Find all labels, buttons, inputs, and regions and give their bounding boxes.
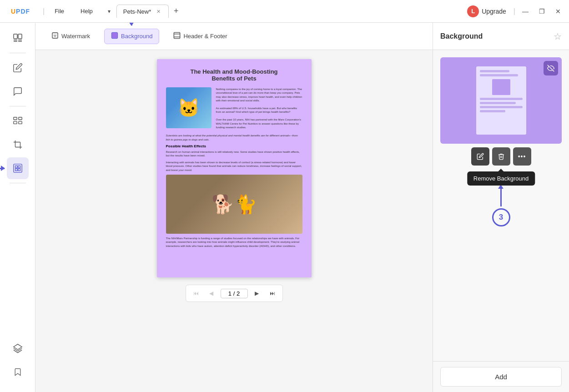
sidebar-watermark-icon[interactable]	[7, 157, 29, 179]
pdf-caption-1: Scientists are looking at what the poten…	[166, 134, 302, 141]
annotation-2-line	[131, 23, 132, 25]
right-panel: Background ☆	[433, 23, 569, 392]
thumb-line-4	[480, 102, 516, 104]
annotation-2-arrow-down	[129, 23, 134, 26]
watermark-btn[interactable]: W Watermark	[45, 29, 97, 44]
sidebar-divider-3	[10, 183, 26, 183]
sidebar-bottom	[0, 337, 35, 387]
tab-dropdown-btn[interactable]: ▾	[104, 6, 115, 17]
watermark-label: Watermark	[61, 33, 90, 40]
sidebar-edit-icon[interactable]	[7, 57, 29, 79]
document-view[interactable]: The Health and Mood-Boosting Benefits of…	[35, 50, 433, 392]
pdf-para-5: Interacting with animals has been shown …	[166, 161, 302, 172]
pdf-para-2: An estimated 68% of U.S. households have…	[216, 106, 302, 114]
right-panel-body: ••• Remove Background 3	[433, 50, 569, 361]
thumbnail-doc	[476, 66, 526, 135]
pdf-bottom-image	[166, 175, 302, 234]
thumbnail-actions: ••• Remove Background	[440, 147, 562, 166]
svg-rect-1	[18, 34, 22, 39]
edit-background-btn[interactable]	[471, 147, 489, 166]
annotation-circle-3: 3	[492, 208, 510, 226]
help-menu[interactable]: Help	[77, 5, 96, 17]
title-separator: |	[43, 7, 45, 15]
upgrade-button[interactable]: L Upgrade	[463, 4, 510, 19]
background-icon	[111, 32, 118, 41]
sidebar-reader-icon[interactable]	[7, 27, 29, 49]
arrow-line-h	[0, 168, 5, 169]
sidebar-divider-2	[10, 106, 26, 106]
thumb-line-3	[480, 98, 523, 100]
svg-rect-11	[13, 164, 21, 172]
next-page-btn[interactable]: ▶	[251, 287, 263, 300]
header-footer-icon	[173, 32, 181, 41]
svg-rect-19	[111, 32, 117, 38]
pdf-title-line1: The Health and Mood-Boosting	[190, 68, 277, 75]
close-btn[interactable]: ✕	[552, 5, 564, 18]
app-logo: UPDF	[0, 8, 41, 15]
sidebar-organize-icon[interactable]	[7, 110, 29, 132]
pdf-para-4: Research on human-animal interactions is…	[166, 150, 302, 158]
logo-u: U	[11, 8, 16, 15]
thumb-img-placeholder	[492, 79, 510, 95]
svg-rect-7	[18, 117, 21, 120]
annotation-1-group: 1	[0, 159, 5, 177]
sidebar-bookmark-icon[interactable]	[7, 361, 29, 383]
titlebar: UPDF | File Help ▾ Pets-New* ✕ + L Upgra…	[0, 0, 569, 23]
prev-page-btn[interactable]: ◀	[205, 287, 218, 300]
right-panel-header: Background ☆	[433, 23, 569, 50]
pdf-cat-image	[166, 87, 211, 128]
svg-rect-8	[13, 121, 16, 124]
active-tab[interactable]: Pets-New* ✕	[116, 5, 169, 18]
svg-rect-10	[15, 142, 20, 147]
pdf-top-row: Nothing compares to the joy of coming ho…	[166, 87, 302, 129]
more-options-btn[interactable]: •••	[513, 147, 531, 166]
background-btn[interactable]: Background 2	[104, 29, 159, 44]
thumb-line-1	[480, 70, 510, 72]
logo-pdf: PDF	[16, 8, 30, 15]
tab-add-btn[interactable]: +	[171, 6, 181, 17]
thumbnail-eye-btn[interactable]	[544, 61, 558, 75]
sidebar-comment-icon[interactable]	[7, 80, 29, 102]
delete-background-btn[interactable]	[492, 147, 510, 166]
main-content: 1 W Waterma	[0, 23, 569, 392]
logo-text: UPDF	[11, 8, 30, 15]
tab-label: Pets-New*	[123, 8, 151, 15]
pdf-body-text-1: Nothing compares to the joy of coming ho…	[216, 87, 302, 129]
tab-close-btn[interactable]: ✕	[155, 8, 162, 15]
svg-rect-0	[14, 34, 17, 39]
pdf-section-title: Possible Health Effects	[166, 144, 302, 148]
titlebar-sep2: |	[514, 7, 515, 15]
svg-rect-14	[15, 169, 17, 171]
svg-marker-16	[13, 344, 21, 350]
maximize-btn[interactable]: ❐	[535, 5, 548, 18]
sidebar-crop-icon[interactable]	[7, 134, 29, 156]
add-background-btn[interactable]: Add	[440, 367, 562, 387]
remove-tooltip: Remove Background	[467, 171, 535, 186]
favorite-btn[interactable]: ☆	[554, 31, 562, 42]
pdf-page: The Health and Mood-Boosting Benefits of…	[157, 59, 312, 277]
header-footer-btn[interactable]: Header & Footer	[166, 29, 234, 44]
header-footer-label: Header & Footer	[183, 33, 227, 40]
last-page-btn[interactable]: ⏭	[266, 287, 279, 300]
annotation-3-group: 3	[440, 188, 562, 226]
annotation-3-line	[500, 188, 502, 206]
svg-rect-13	[18, 166, 20, 168]
right-panel-title: Background	[440, 32, 483, 40]
svg-text:W: W	[54, 34, 57, 37]
sidebar-layers-icon[interactable]	[7, 337, 29, 359]
menu-bar: File Help	[46, 5, 101, 17]
minimize-btn[interactable]: —	[519, 5, 532, 18]
upgrade-label: Upgrade	[482, 8, 506, 15]
file-menu[interactable]: File	[51, 5, 68, 17]
pdf-para-1: Nothing compares to the joy of coming ho…	[216, 87, 302, 103]
center-area: W Watermark Background 2	[35, 23, 433, 392]
thumbnail-card	[440, 57, 562, 144]
arrow-head-right	[1, 166, 5, 171]
first-page-btn[interactable]: ⏮	[190, 287, 202, 300]
page-input[interactable]	[221, 289, 248, 298]
pdf-para-6: The NIH/Mars Partnership is funding a ra…	[166, 236, 302, 248]
thumb-line-5	[480, 106, 523, 108]
thumbnail-area: ••• Remove Background	[440, 57, 562, 166]
tab-area: ▾ Pets-New* ✕ +	[101, 5, 463, 18]
svg-rect-9	[18, 121, 21, 124]
